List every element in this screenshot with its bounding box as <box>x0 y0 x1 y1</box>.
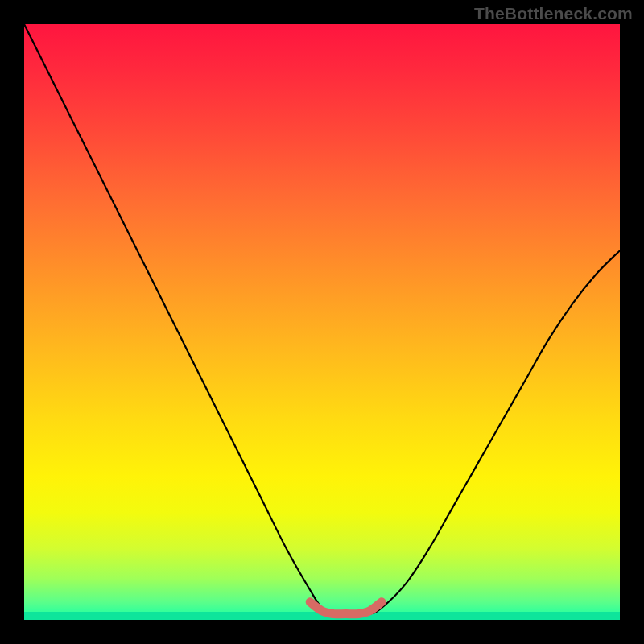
plot-area <box>24 24 620 620</box>
chart-frame: TheBottleneck.com <box>0 0 644 644</box>
optimal-marker-line <box>310 602 382 614</box>
curve-svg <box>24 24 620 620</box>
bottleneck-curve-line <box>24 24 620 614</box>
watermark-text: TheBottleneck.com <box>474 4 633 23</box>
